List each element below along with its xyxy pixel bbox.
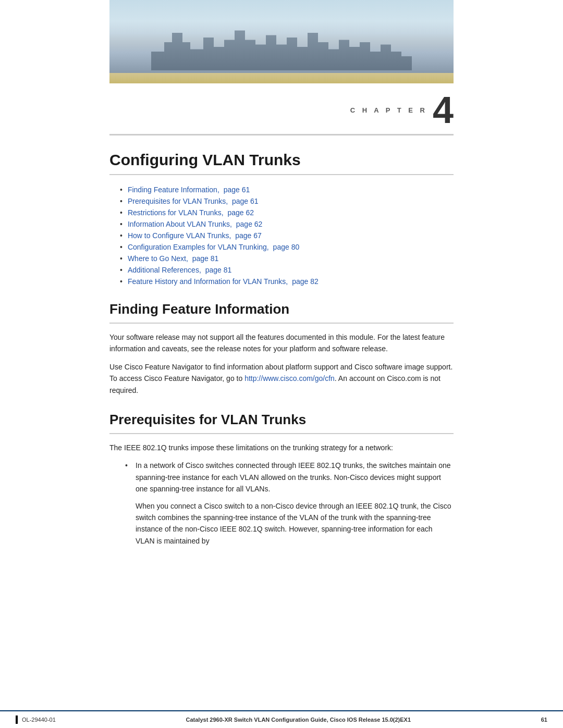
- toc-item-3: Restrictions for VLAN Trunks, page 62: [120, 208, 454, 217]
- footer-left: OL-29440-01: [16, 715, 56, 724]
- content-area: Configuring VLAN Trunks Finding Feature …: [109, 135, 454, 695]
- toc-link-9[interactable]: Feature History and Information for VLAN…: [128, 277, 319, 286]
- toc-item-9: Feature History and Information for VLAN…: [120, 277, 454, 286]
- toc-item-2: Prerequisites for VLAN Trunks, page 61: [120, 197, 454, 205]
- cisco-cfn-link[interactable]: http://www.cisco.com/go/cfn: [244, 374, 335, 382]
- toc-link-6[interactable]: Configuration Examples for VLAN Trunking…: [128, 243, 299, 251]
- chapter-title-divider: [109, 174, 454, 175]
- toc-item-7: Where to Go Next, page 81: [120, 254, 454, 263]
- finding-feature-para-1: Your software release may not support al…: [109, 331, 454, 355]
- chapter-label: C H A P T E R: [350, 106, 427, 114]
- table-of-contents: Finding Feature Information, page 61 Pre…: [120, 186, 454, 286]
- toc-link-7[interactable]: Where to Go Next, page 81: [128, 254, 218, 263]
- toc-item-1: Finding Feature Information, page 61: [120, 186, 454, 194]
- toc-link-3[interactable]: Restrictions for VLAN Trunks, page 62: [128, 208, 254, 217]
- section-prerequisites-divider: [109, 433, 454, 434]
- footer-center-text: Catalyst 2960-XR Switch VLAN Configurati…: [186, 717, 411, 723]
- toc-link-2[interactable]: Prerequisites for VLAN Trunks, page 61: [128, 197, 259, 205]
- toc-item-8: Additional References, page 81: [120, 266, 454, 274]
- toc-link-1[interactable]: Finding Feature Information, page 61: [128, 186, 250, 194]
- toc-item-6: Configuration Examples for VLAN Trunking…: [120, 243, 454, 251]
- section-prerequisites-title: Prerequisites for VLAN Trunks: [109, 412, 454, 428]
- page-footer: OL-29440-01 Catalyst 2960-XR Switch VLAN…: [0, 710, 563, 728]
- header-image: [109, 0, 454, 83]
- chapter-title: Configuring VLAN Trunks: [109, 151, 454, 169]
- footer-doc-number: OL-29440-01: [22, 717, 56, 723]
- chapter-number: 4: [433, 91, 454, 129]
- prerequisites-sub-para-1: When you connect a Cisco switch to a non…: [136, 500, 454, 547]
- section-finding-feature-divider: [109, 323, 454, 324]
- prerequisites-bullet-list: In a network of Cisco switches connected…: [125, 460, 454, 495]
- prerequisites-intro: The IEEE 802.1Q trunks impose these limi…: [109, 442, 454, 453]
- toc-link-5[interactable]: How to Configure VLAN Trunks, page 67: [128, 231, 262, 240]
- page-container: C H A P T E R 4 Configuring VLAN Trunks …: [0, 0, 563, 728]
- footer-bar-decoration: [16, 715, 18, 724]
- finding-feature-para-2: Use Cisco Feature Navigator to find info…: [109, 361, 454, 396]
- footer-page-number: 61: [541, 717, 547, 723]
- toc-link-8[interactable]: Additional References, page 81: [128, 266, 231, 274]
- toc-item-5: How to Configure VLAN Trunks, page 67: [120, 231, 454, 240]
- toc-link-4[interactable]: Information About VLAN Trunks, page 62: [128, 220, 263, 228]
- section-finding-feature-title: Finding Feature Information: [109, 301, 454, 317]
- toc-item-4: Information About VLAN Trunks, page 62: [120, 220, 454, 228]
- prerequisites-bullet-1: In a network of Cisco switches connected…: [125, 460, 454, 495]
- chapter-banner: C H A P T E R 4: [109, 83, 454, 135]
